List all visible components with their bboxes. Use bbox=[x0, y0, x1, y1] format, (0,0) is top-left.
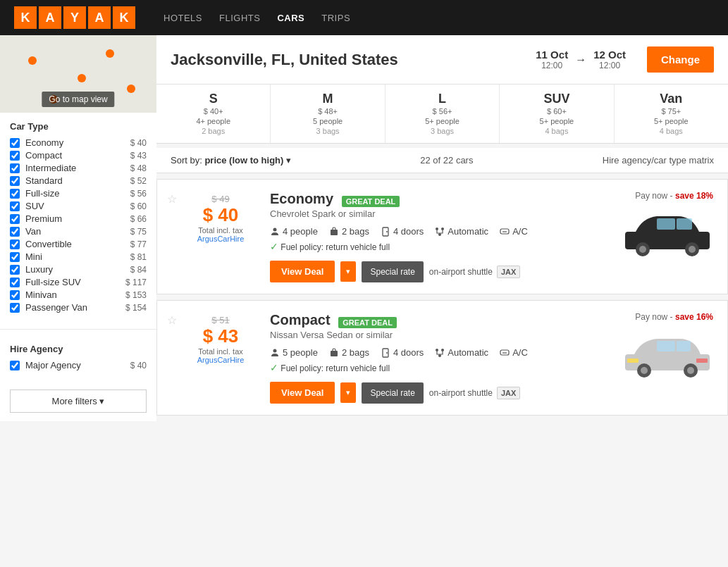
car-type-filter-row: Full-size SUV $ 117 bbox=[10, 277, 147, 287]
sort-arrow-icon[interactable]: ▾ bbox=[286, 155, 291, 166]
car-type-checkbox[interactable] bbox=[10, 239, 20, 249]
svg-rect-13 bbox=[657, 218, 675, 230]
date-from: 11 Oct 12:00 bbox=[536, 49, 568, 70]
nav-hotels[interactable]: HOTELS bbox=[164, 13, 202, 23]
car-type-label: Economy bbox=[25, 137, 130, 148]
door-icon bbox=[381, 227, 390, 237]
car-type-checkbox[interactable] bbox=[10, 214, 20, 224]
car-type-checkbox[interactable] bbox=[10, 189, 20, 199]
car-type-filter-row: Convertible $ 77 bbox=[10, 239, 147, 249]
logo-a2: A bbox=[88, 6, 111, 29]
date-arrow: → bbox=[575, 54, 586, 66]
tab-people: 5+ people bbox=[654, 117, 689, 125]
tab-bags: 4 bags bbox=[545, 127, 568, 135]
tab-people: 5+ people bbox=[425, 117, 459, 125]
car-bags: 2 bags bbox=[329, 347, 369, 358]
svg-point-3 bbox=[386, 231, 388, 232]
car-type-price: $ 48 bbox=[130, 163, 147, 173]
logo[interactable]: K A Y A K bbox=[14, 6, 135, 29]
svg-rect-30 bbox=[627, 359, 638, 363]
view-deal-button[interactable]: View Deal bbox=[270, 261, 335, 282]
special-rate-button[interactable]: Special rate bbox=[362, 261, 423, 282]
transmission-icon bbox=[435, 348, 445, 358]
car-type-checkbox[interactable] bbox=[10, 201, 20, 211]
car-type-checkbox[interactable] bbox=[10, 303, 20, 313]
car-tab-s[interactable]: S $ 40+ 4+ people 2 bags bbox=[156, 85, 271, 143]
date-from-time: 12:00 bbox=[536, 61, 568, 70]
agency-link[interactable]: ArgusCarHire bbox=[185, 356, 256, 364]
svg-point-6 bbox=[438, 233, 441, 236]
car-type-label: Minivan bbox=[25, 289, 125, 300]
car-type-checkbox[interactable] bbox=[10, 227, 20, 237]
car-type-checkbox[interactable] bbox=[10, 138, 20, 148]
logo-k: K bbox=[14, 6, 37, 29]
car-type-filter-row: Van $ 75 bbox=[10, 226, 147, 237]
car-type-checkbox[interactable] bbox=[10, 290, 20, 300]
star-icon[interactable]: ☆ bbox=[167, 192, 177, 206]
car-type-filter-row: SUV $ 60 bbox=[10, 201, 147, 211]
car-tab-van[interactable]: Van $ 75+ 5+ people 4 bags bbox=[615, 85, 728, 143]
svg-point-0 bbox=[273, 228, 277, 231]
agency-label: Major Agency bbox=[25, 360, 130, 370]
tab-price: $ 60+ bbox=[547, 107, 567, 116]
content: Jacksonville, FL, United States 11 Oct 1… bbox=[156, 35, 728, 421]
main-price: $ 40 bbox=[185, 204, 256, 226]
svg-point-15 bbox=[273, 349, 277, 352]
hire-agency-title: Hire Agency bbox=[10, 344, 147, 354]
nav-cars[interactable]: CARS bbox=[277, 13, 304, 23]
car-type-filter-row: Compact $ 43 bbox=[10, 150, 147, 161]
car-type-checkbox[interactable] bbox=[10, 265, 20, 275]
car-tabs-container: S $ 40+ 4+ people 2 bags M $ 48+ 5 peopl… bbox=[156, 85, 728, 143]
map-thumbnail[interactable]: Go to map view bbox=[0, 35, 156, 113]
pay-now-label: Pay now - save 16% bbox=[635, 312, 713, 322]
car-type-filters: Economy $ 40 Compact $ 43 Intermediate $… bbox=[10, 137, 147, 313]
more-filters-button[interactable]: More filters ▾ bbox=[10, 390, 147, 413]
car-type-label: Premium bbox=[25, 213, 130, 224]
nav-flights[interactable]: FLIGHTS bbox=[219, 13, 260, 23]
car-transmission: Automatic bbox=[435, 226, 488, 237]
bag-icon bbox=[329, 348, 339, 358]
car-type-filter-row: Full-size $ 56 bbox=[10, 188, 147, 199]
map-button[interactable]: Go to map view bbox=[42, 92, 114, 107]
agency-filters: Major Agency $ 40 bbox=[10, 360, 147, 370]
car-tab-suv[interactable]: SUV $ 60+ 5+ people 4 bags bbox=[500, 85, 614, 143]
car-type-filter-row: Mini $ 81 bbox=[10, 251, 147, 262]
sort-by-text: Sort by: bbox=[171, 155, 202, 166]
car-type-price: $ 66 bbox=[130, 214, 147, 224]
car-actions: View Deal ▾ Special rate on-airport shut… bbox=[270, 382, 600, 404]
people-icon bbox=[270, 227, 280, 237]
agency-checkbox[interactable] bbox=[10, 361, 20, 370]
deal-badge: GREAT DEAL bbox=[338, 317, 397, 328]
car-type-label: Mini bbox=[25, 251, 130, 262]
car-type-checkbox[interactable] bbox=[10, 151, 20, 161]
car-doors: 4 doors bbox=[381, 347, 424, 358]
car-type-checkbox[interactable] bbox=[10, 252, 20, 262]
logo-a: A bbox=[39, 6, 61, 29]
car-type-title: Car Type bbox=[10, 121, 147, 132]
agency-link[interactable]: ArgusCarHire bbox=[185, 235, 256, 243]
view-deal-dropdown[interactable]: ▾ bbox=[340, 261, 356, 282]
special-rate-button[interactable]: Special rate bbox=[362, 382, 423, 404]
svg-rect-31 bbox=[696, 359, 708, 363]
car-type-checkbox[interactable] bbox=[10, 176, 20, 186]
view-deal-dropdown[interactable]: ▾ bbox=[340, 382, 356, 403]
change-search-button[interactable]: Change bbox=[647, 46, 714, 73]
svg-rect-16 bbox=[331, 351, 338, 356]
tab-people: 5+ people bbox=[540, 117, 574, 125]
total-label: Total incl. tax bbox=[185, 347, 256, 356]
view-deal-button[interactable]: View Deal bbox=[270, 382, 335, 404]
matrix-link[interactable]: Hire agency/car type matrix bbox=[603, 155, 714, 166]
car-type-checkbox[interactable] bbox=[10, 278, 20, 287]
save-label: save 16% bbox=[675, 312, 713, 322]
car-type-checkbox[interactable] bbox=[10, 163, 20, 173]
car-type-price: $ 60 bbox=[130, 201, 147, 211]
svg-point-20 bbox=[441, 349, 444, 351]
car-type-label: Convertible bbox=[25, 239, 130, 249]
car-type-price: $ 77 bbox=[130, 239, 147, 249]
car-model: Chevrolet Spark or similar bbox=[270, 208, 600, 219]
star-icon[interactable]: ☆ bbox=[167, 313, 177, 327]
car-tab-l[interactable]: L $ 56+ 5+ people 3 bags bbox=[385, 85, 500, 143]
car-tab-m[interactable]: M $ 48+ 5 people 3 bags bbox=[271, 85, 385, 143]
nav-trips[interactable]: TRIPS bbox=[321, 13, 350, 23]
tab-bags: 2 bags bbox=[202, 127, 225, 135]
